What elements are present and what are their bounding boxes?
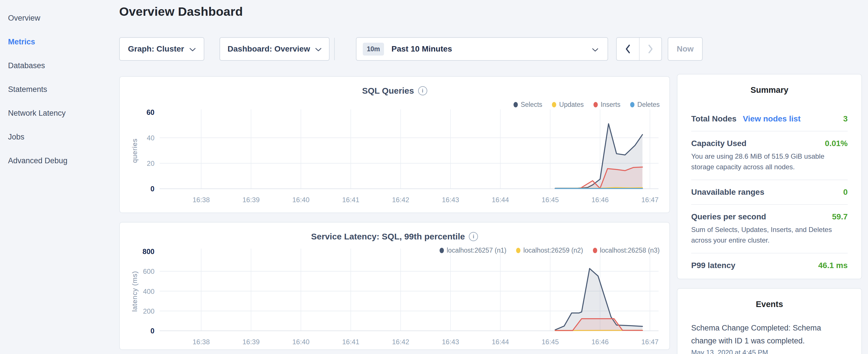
sidebar-item-metrics[interactable]: Metrics (0, 30, 112, 54)
event-message: Schema Change Completed: Schema change w… (691, 322, 840, 347)
event-timestamp: May 13, 2020 at 4:45 PM (691, 349, 848, 354)
chart-legend: Selects Updates Inserts Deletes (514, 101, 660, 108)
capacity-label: Capacity Used (691, 139, 746, 148)
legend-item-selects[interactable]: Selects (514, 101, 542, 108)
svg-text:0: 0 (150, 185, 154, 193)
legend-item-inserts[interactable]: Inserts (593, 101, 620, 108)
svg-text:16:44: 16:44 (492, 338, 509, 346)
sql-queries-chart-card: 020406016:3816:3916:4016:4116:4216:4316:… (119, 76, 670, 213)
qps-value: 59.7 (832, 212, 848, 221)
sql-queries-chart-plot[interactable]: 020406016:3816:3916:4016:4116:4216:4316:… (120, 77, 670, 213)
chart-title: Service Latency: SQL, 99th percentile (311, 232, 465, 242)
y-axis-unit-label: latency (ms) (131, 271, 139, 312)
dashboard-dropdown[interactable]: Dashboard: Overview (219, 37, 330, 61)
svg-text:16:38: 16:38 (192, 196, 210, 204)
svg-text:0: 0 (150, 327, 154, 335)
summary-row-capacity: Capacity Used 0.01% You are using 28.6 M… (691, 131, 848, 180)
total-nodes-label: Total Nodes (691, 114, 737, 123)
sidebar-item-network-latency[interactable]: Network Latency (0, 101, 112, 125)
svg-text:60: 60 (147, 108, 154, 116)
svg-text:400: 400 (143, 288, 154, 295)
capacity-value: 0.01% (825, 139, 848, 148)
chart-header: SQL Queries i (120, 86, 670, 96)
svg-text:16:41: 16:41 (342, 338, 359, 346)
p99-latency-label: P99 latency (691, 261, 735, 270)
svg-text:16:43: 16:43 (442, 196, 459, 204)
series-dot (516, 248, 520, 253)
chevron-right-icon (648, 44, 653, 54)
now-button[interactable]: Now (668, 37, 703, 61)
unavailable-ranges-label: Unavailable ranges (691, 188, 764, 197)
svg-text:16:45: 16:45 (541, 196, 559, 204)
time-next-button[interactable] (639, 38, 661, 60)
view-nodes-list-link[interactable]: View nodes list (743, 114, 801, 123)
y-axis-unit-label: queries (131, 138, 139, 163)
time-step-buttons (616, 37, 662, 61)
svg-text:16:42: 16:42 (392, 196, 409, 204)
summary-row-p99: P99 latency 46.1 ms (691, 254, 848, 278)
time-prev-button[interactable] (617, 38, 639, 60)
legend-label: Selects (521, 101, 542, 108)
svg-text:16:39: 16:39 (242, 338, 260, 346)
legend-label: localhost:26259 (n2) (523, 247, 583, 254)
total-nodes-value: 3 (843, 114, 848, 123)
series-dot (593, 248, 597, 253)
svg-text:16:44: 16:44 (492, 196, 509, 204)
legend-label: localhost:26257 (n1) (447, 247, 506, 254)
sidebar-item-statements[interactable]: Statements (0, 77, 112, 101)
series-dot (440, 248, 444, 253)
controls-divider (334, 38, 335, 60)
svg-text:16:47: 16:47 (641, 196, 658, 204)
svg-text:16:46: 16:46 (591, 196, 609, 204)
series-dot (514, 102, 518, 107)
legend-item-n2[interactable]: localhost:26259 (n2) (516, 247, 583, 254)
graph-dropdown[interactable]: Graph: Cluster (119, 37, 204, 61)
series-dot (552, 102, 556, 107)
chevron-down-icon (189, 48, 196, 52)
summary-panel: Summary Total Nodes View nodes list 3 Ca… (677, 74, 862, 279)
svg-text:200: 200 (143, 307, 154, 315)
svg-text:16:40: 16:40 (292, 338, 309, 346)
series-dot (593, 102, 598, 107)
service-latency-chart-plot[interactable]: 020040060080016:3816:3916:4016:4116:4216… (120, 223, 670, 349)
chart-title: SQL Queries (362, 86, 414, 96)
svg-text:16:45: 16:45 (541, 338, 559, 346)
summary-title: Summary (677, 74, 861, 95)
sidebar-item-jobs[interactable]: Jobs (0, 125, 112, 149)
svg-text:16:47: 16:47 (641, 338, 658, 346)
svg-text:16:43: 16:43 (442, 338, 459, 346)
legend-label: Updates (559, 101, 584, 108)
info-icon[interactable]: i (418, 86, 427, 95)
legend-item-n1[interactable]: localhost:26257 (n1) (440, 247, 506, 254)
chevron-down-icon (315, 48, 321, 52)
legend-item-updates[interactable]: Updates (552, 101, 584, 108)
svg-text:600: 600 (143, 267, 154, 275)
events-panel: Events Schema Change Completed: Schema c… (677, 288, 862, 354)
svg-text:16:39: 16:39 (242, 196, 260, 204)
series-dot (630, 102, 634, 107)
p99-latency-value: 46.1 ms (818, 261, 848, 270)
qps-description: Sum of Selects, Updates, Inserts, and De… (691, 224, 848, 246)
legend-item-n3[interactable]: localhost:26258 (n3) (593, 247, 660, 254)
dashboard-dropdown-label: Dashboard: Overview (227, 44, 310, 54)
summary-row-unavailable-ranges: Unavailable ranges 0 (691, 180, 848, 204)
chart-header: Service Latency: SQL, 99th percentile i (120, 232, 670, 242)
unavailable-ranges-value: 0 (843, 188, 848, 197)
legend-label: Deletes (637, 101, 660, 108)
time-range-picker[interactable]: 10m Past 10 Minutes (356, 37, 608, 61)
svg-text:16:41: 16:41 (342, 196, 359, 204)
svg-text:16:38: 16:38 (192, 338, 210, 346)
time-range-badge: 10m (363, 43, 384, 56)
sidebar-item-overview[interactable]: Overview (0, 6, 112, 30)
page-title: Overview Dashboard (119, 3, 243, 20)
time-range-label: Past 10 Minutes (392, 44, 452, 54)
chart-legend: localhost:26257 (n1) localhost:26259 (n2… (440, 247, 660, 254)
sidebar-item-advanced-debug[interactable]: Advanced Debug (0, 149, 112, 173)
legend-item-deletes[interactable]: Deletes (630, 101, 660, 108)
app-window: Overview Metrics Databases Statements Ne… (0, 0, 868, 354)
events-title: Events (677, 289, 861, 309)
legend-label: localhost:26258 (n3) (600, 247, 660, 254)
service-latency-chart-card: 020040060080016:3816:3916:4016:4116:4216… (119, 222, 670, 350)
info-icon[interactable]: i (469, 232, 478, 241)
sidebar-item-databases[interactable]: Databases (0, 54, 112, 77)
